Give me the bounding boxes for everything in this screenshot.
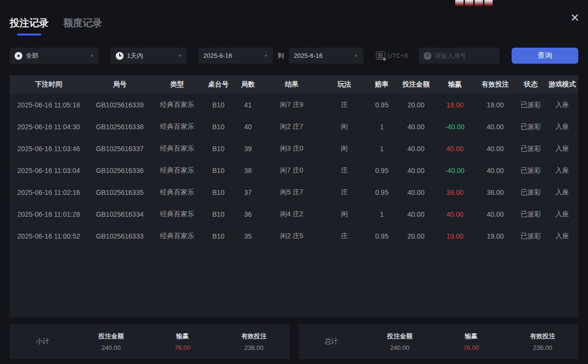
tab-bet-records[interactable]: 投注记录 [10,17,49,35]
cell-win: 40.00 [435,138,475,159]
total-win-value: 76.00 [435,344,507,351]
cell-game_no: GB1025616337 [88,138,152,159]
cell-type: 经典百家乐 [152,225,202,247]
filter-bar: ♠ 全部 ▼ 1天内 ▼ 2025-6-16 ▼ 到 2025-6-16 ▼ U… [10,48,578,64]
timezone-indicator: UTC+8 [376,52,408,60]
calendar-clock-icon [376,52,385,60]
tab-bet-records-label: 投注记录 [10,17,49,30]
chevron-down-icon: ▼ [350,53,358,58]
cell-odds: 1 [367,116,397,138]
cell-bet: 40.00 [397,203,435,225]
close-icon[interactable]: × [569,12,581,24]
time-range-value: 1天内 [127,52,143,60]
column-header-round: 局数 [234,75,262,94]
subtotal-win-label: 输赢 [147,332,218,341]
table-row: 2025-06-16 11:03:46GB1025616337经典百家乐B103… [10,138,578,159]
column-header-time: 下注时间 [10,75,88,94]
column-header-odds: 赔率 [367,75,397,94]
cell-result: 闲7 庄0 [262,159,322,181]
logo-glyph [484,0,493,6]
cell-status: 已派彩 [516,181,546,203]
cell-mode: 入座 [546,116,578,138]
spade-icon: ♠ [15,52,22,60]
subtotal-bet: 投注金额 240.00 [75,332,147,351]
time-range-dropdown[interactable]: 1天内 ▼ [111,48,187,64]
tab-bar: 投注记录 额度记录 [0,0,588,35]
column-header-type: 类型 [152,75,202,94]
subtotal-label: 小计 [10,337,75,346]
cell-round: 38 [234,159,262,181]
cell-win: -40.00 [435,159,475,181]
cell-win: -40.00 [435,116,475,138]
timezone-label: UTC+8 [388,52,408,59]
cell-mode: 入座 [546,159,578,181]
tab-quota-records[interactable]: 额度记录 [63,17,102,30]
column-header-table_no: 桌台号 [202,75,234,94]
date-to-picker[interactable]: 2025-6-16 ▼ [289,48,363,64]
table-row: 2025-06-16 11:00:52GB1025616333经典百家乐B103… [10,225,578,247]
cell-status: 已派彩 [516,138,546,159]
cell-mode: 入座 [546,138,578,159]
brand-logo [455,0,493,7]
game-type-dropdown[interactable]: ♠ 全部 ▼ [10,48,99,64]
cell-win: 19.00 [435,225,475,247]
cell-play: 闲 [322,203,367,225]
subtotal-panel: 小计 投注金额 240.00 输赢 76.00 有效投注 236.00 [10,324,290,359]
subtotal-win: 输赢 76.00 [147,332,218,351]
subtotal-bet-label: 投注金额 [75,332,147,341]
cell-bet: 40.00 [397,181,435,203]
cell-bet: 20.00 [397,94,435,116]
cell-game_no: GB1025616334 [88,203,152,225]
game-no-input[interactable] [435,52,495,59]
cell-valid: 40.00 [475,116,516,138]
cell-type: 经典百家乐 [152,159,202,181]
cell-valid: 19.00 [475,225,516,247]
cell-status: 已派彩 [516,116,546,138]
total-bet: 投注金额 240.00 [364,332,436,351]
cell-time: 2025-06-16 11:02:16 [10,181,88,203]
cell-time: 2025-06-16 11:00:52 [10,225,88,247]
query-button[interactable]: 查询 [512,48,578,64]
cell-table_no: B10 [202,181,234,203]
cell-round: 36 [234,203,262,225]
subtotal-valid-label: 有效投注 [218,332,290,341]
cell-round: 39 [234,138,262,159]
cell-time: 2025-06-16 11:03:46 [10,138,88,159]
cell-play: 庄 [322,181,367,203]
total-valid-value: 236.00 [507,344,578,351]
date-from-picker[interactable]: 2025-6-16 ▼ [198,48,273,64]
cell-game_no: GB1025616336 [88,159,152,181]
cell-bet: 20.00 [397,225,435,247]
cell-result: 闲2 庄7 [262,116,322,138]
cell-result: 闲7 庄9 [262,94,322,116]
cell-valid: 19.00 [475,94,516,116]
chevron-down-icon: ▼ [174,53,182,58]
cell-status: 已派彩 [516,94,546,116]
bet-records-table: 下注时间局号类型桌台号局数结果玩法赔率投注金额输赢有效投注状态游戏模式 2025… [10,75,578,317]
cell-result: 闲5 庄7 [262,181,322,203]
chevron-down-icon: ▼ [260,53,268,58]
cell-type: 经典百家乐 [152,94,202,116]
total-panel: 总计 投注金额 240.00 输赢 76.00 有效投注 236.00 [299,324,579,359]
cell-type: 经典百家乐 [152,181,202,203]
subtotal-valid: 有效投注 236.00 [218,332,290,351]
column-header-game_no: 局号 [88,75,152,94]
total-label: 总计 [299,337,364,346]
table-row: 2025-06-16 11:03:04GB1025616336经典百家乐B103… [10,159,578,181]
date-from-value: 2025-6-16 [203,52,232,59]
total-bet-value: 240.00 [364,344,436,351]
cell-time: 2025-06-16 11:03:04 [10,159,88,181]
cell-valid: 40.00 [475,203,516,225]
cell-round: 40 [234,116,262,138]
cell-play: 庄 [322,94,367,116]
chevron-down-icon: ▼ [86,53,94,58]
cell-round: 35 [234,225,262,247]
cell-result: 闲3 庄0 [262,138,322,159]
cell-time: 2025-06-16 11:01:28 [10,203,88,225]
table-row: 2025-06-16 11:02:16GB1025616335经典百家乐B103… [10,181,578,203]
clock-icon [116,52,124,60]
column-header-status: 状态 [516,75,546,94]
subtotal-bet-value: 240.00 [75,344,147,351]
cell-game_no: GB1025616335 [88,181,152,203]
game-type-value: 全部 [26,52,38,60]
